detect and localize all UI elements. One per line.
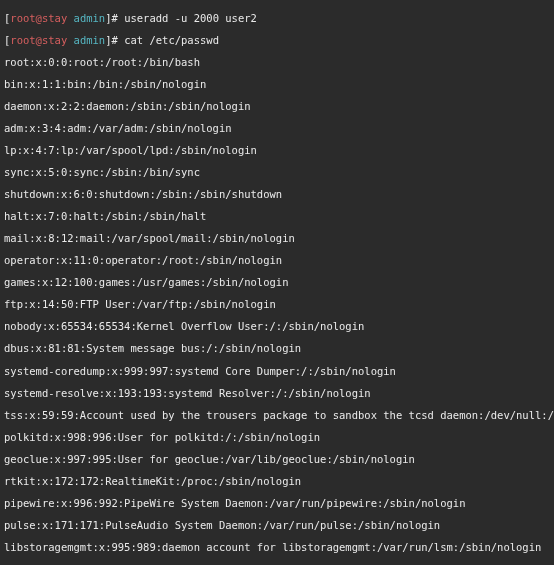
passwd-line: root:x:0:0:root:/root:/bin/bash [4, 57, 550, 68]
passwd-line: bin:x:1:1:bin:/bin:/sbin/nologin [4, 79, 550, 90]
passwd-line: daemon:x:2:2:daemon:/sbin:/sbin/nologin [4, 101, 550, 112]
passwd-line: shutdown:x:6:0:shutdown:/sbin:/sbin/shut… [4, 189, 550, 200]
passwd-line: geoclue:x:997:995:User for geoclue:/var/… [4, 454, 550, 465]
passwd-line: dbus:x:81:81:System message bus:/:/sbin/… [4, 343, 550, 354]
passwd-line: pulse:x:171:171:PulseAudio System Daemon… [4, 520, 550, 531]
passwd-line: tss:x:59:59:Account used by the trousers… [4, 410, 550, 421]
passwd-line: nobody:x:65534:65534:Kernel Overflow Use… [4, 321, 550, 332]
passwd-line: polkitd:x:998:996:User for polkitd:/:/sb… [4, 432, 550, 443]
passwd-line: halt:x:7:0:halt:/sbin:/sbin/halt [4, 211, 550, 222]
passwd-line: ftp:x:14:50:FTP User:/var/ftp:/sbin/nolo… [4, 299, 550, 310]
passwd-line: systemd-coredump:x:999:997:systemd Core … [4, 366, 550, 377]
prompt-line-2: [root@stay admin]# cat /etc/passwd [4, 35, 550, 46]
passwd-line: operator:x:11:0:operator:/root:/sbin/nol… [4, 255, 550, 266]
passwd-line: pipewire:x:996:992:PipeWire System Daemo… [4, 498, 550, 509]
terminal-output[interactable]: [root@stay admin]# useradd -u 2000 user2… [0, 0, 554, 565]
cwd: admin [74, 34, 106, 46]
passwd-line: lp:x:4:7:lp:/var/spool/lpd:/sbin/nologin [4, 145, 550, 156]
passwd-line: games:x:12:100:games:/usr/games:/sbin/no… [4, 277, 550, 288]
user-host: root@stay [10, 34, 67, 46]
prompt-line-1: [root@stay admin]# useradd -u 2000 user2 [4, 13, 550, 24]
passwd-line: adm:x:3:4:adm:/var/adm:/sbin/nologin [4, 123, 550, 134]
prompt-hash: # [112, 12, 125, 24]
passwd-line: libstoragemgmt:x:995:989:daemon account … [4, 542, 550, 553]
user-host: root@stay [10, 12, 67, 24]
passwd-line: systemd-resolve:x:193:193:systemd Resolv… [4, 388, 550, 399]
passwd-line: mail:x:8:12:mail:/var/spool/mail:/sbin/n… [4, 233, 550, 244]
cwd: admin [74, 12, 106, 24]
command-text: cat /etc/passwd [124, 34, 219, 46]
command-text: useradd -u 2000 user2 [124, 12, 257, 24]
passwd-line: rtkit:x:172:172:RealtimeKit:/proc:/sbin/… [4, 476, 550, 487]
prompt-hash: # [112, 34, 125, 46]
passwd-line: sync:x:5:0:sync:/sbin:/bin/sync [4, 167, 550, 178]
